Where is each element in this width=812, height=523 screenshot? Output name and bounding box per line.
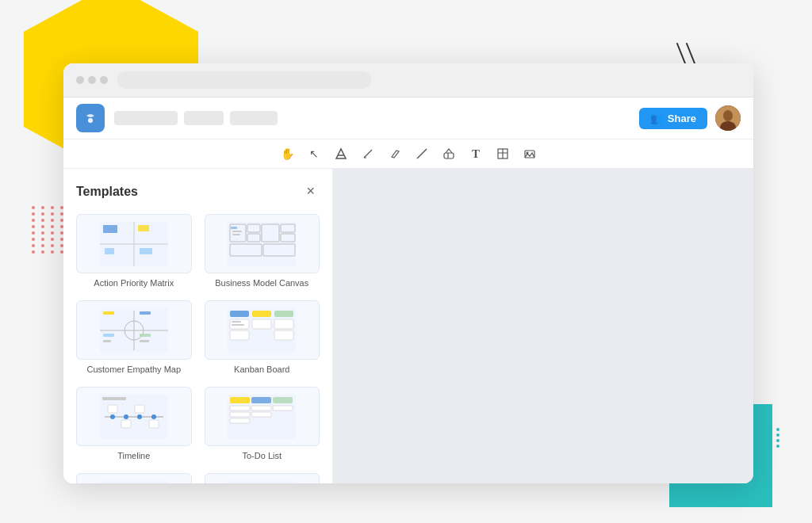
svg-rect-75: [251, 412, 271, 417]
browser-window-controls: [76, 76, 108, 84]
svg-rect-64: [135, 405, 144, 413]
svg-rect-52: [274, 319, 293, 329]
address-bar[interactable]: [117, 71, 371, 89]
svg-point-15: [527, 152, 529, 155]
svg-point-61: [151, 414, 156, 419]
svg-rect-81: [102, 483, 118, 484]
svg-rect-43: [103, 340, 111, 342]
close-window-dot: [76, 76, 84, 84]
svg-rect-19: [103, 225, 117, 233]
user-avatar[interactable]: [715, 105, 741, 131]
svg-rect-73: [230, 418, 250, 423]
template-thumb-tl: [76, 387, 192, 446]
templates-grid: Action Priority Matrix: [76, 214, 320, 483]
template-thumb-apm: [76, 214, 192, 273]
svg-rect-44: [140, 340, 149, 342]
svg-rect-82: [228, 481, 296, 484]
maximize-window-dot: [100, 76, 108, 84]
template-label-tl: Timeline: [76, 451, 192, 460]
template-item-vd[interactable]: Venn Diagram: [76, 473, 192, 483]
svg-point-5: [723, 110, 733, 121]
svg-rect-63: [121, 420, 131, 428]
line-tool-icon[interactable]: [412, 144, 431, 163]
template-label-bmc: Business Model Canvas: [205, 278, 320, 288]
close-templates-button[interactable]: ×: [301, 181, 320, 201]
header-navigation: [114, 111, 639, 125]
template-thumb-tdl: [205, 387, 320, 446]
svg-rect-65: [149, 420, 159, 428]
template-thumb-cem: [76, 300, 192, 360]
template-label-cem: Customer Empathy Map: [76, 365, 192, 374]
share-button-label: Share: [668, 113, 696, 124]
svg-point-3: [88, 118, 93, 123]
svg-rect-51: [252, 319, 271, 329]
svg-point-60: [137, 414, 142, 419]
text-tool-icon[interactable]: T: [466, 144, 485, 163]
svg-rect-70: [273, 397, 293, 403]
svg-rect-53: [274, 330, 293, 340]
svg-rect-88: [278, 483, 285, 484]
eraser-tool-icon[interactable]: [439, 144, 458, 163]
svg-rect-66: [102, 397, 126, 400]
template-item-bmc[interactable]: Business Model Canvas: [205, 214, 320, 288]
svg-rect-55: [232, 324, 244, 326]
svg-rect-22: [140, 248, 152, 254]
template-label-apm: Action Priority Matrix: [76, 278, 192, 288]
browser-window: 👥 Share ✋ ↖: [63, 63, 753, 483]
template-item-kb[interactable]: Kanban Board: [205, 300, 320, 374]
svg-rect-32: [231, 227, 237, 229]
marker-tool-icon[interactable]: [385, 144, 404, 163]
templates-panel: Templates ×: [63, 169, 333, 483]
template-item-apm[interactable]: Action Priority Matrix: [76, 214, 192, 288]
template-label-kb: Kanban Board: [205, 365, 320, 374]
svg-rect-89: [287, 483, 295, 484]
templates-panel-header: Templates ×: [76, 181, 320, 201]
svg-rect-74: [251, 406, 271, 410]
canvas-area[interactable]: [333, 169, 753, 483]
app-logo[interactable]: [76, 104, 105, 132]
cursor-tool-icon[interactable]: ↖: [304, 144, 324, 163]
svg-rect-34: [232, 234, 240, 235]
svg-rect-33: [232, 231, 242, 232]
svg-rect-39: [103, 311, 114, 315]
svg-rect-69: [251, 397, 271, 403]
svg-line-8: [417, 149, 427, 158]
svg-line-1: [687, 44, 695, 63]
image-tool-icon[interactable]: [520, 144, 539, 163]
svg-rect-9: [444, 153, 454, 158]
header-right-actions: 👥 Share: [639, 105, 741, 131]
template-label-tdl: To-Do List: [205, 451, 320, 460]
svg-rect-42: [140, 334, 151, 337]
svg-rect-77: [100, 481, 168, 484]
template-thumb-bmc: [205, 214, 320, 273]
template-thumb-kb: [205, 300, 320, 360]
drawing-toolbar: ✋ ↖ T: [63, 139, 753, 169]
svg-rect-40: [140, 311, 151, 315]
template-item-tl[interactable]: Timeline: [76, 387, 192, 460]
svg-line-0: [677, 44, 685, 63]
svg-rect-86: [259, 483, 266, 484]
template-item-cem[interactable]: Customer Empathy Map: [76, 300, 192, 374]
hand-tool-icon[interactable]: ✋: [278, 144, 297, 163]
svg-rect-71: [230, 406, 250, 410]
table-tool-icon[interactable]: [493, 144, 512, 163]
fill-tool-icon[interactable]: [331, 144, 350, 163]
svg-rect-76: [273, 406, 293, 410]
svg-rect-62: [108, 405, 117, 413]
svg-rect-47: [252, 311, 271, 317]
share-icon: 👥: [650, 113, 663, 124]
template-item-wc[interactable]: Weekly Calendar: [205, 473, 320, 483]
svg-rect-72: [230, 412, 250, 417]
svg-point-58: [110, 414, 115, 419]
svg-rect-50: [230, 330, 249, 340]
template-item-tdl[interactable]: To-Do List: [205, 387, 320, 460]
pen-tool-icon[interactable]: [358, 144, 377, 163]
svg-rect-87: [268, 483, 276, 484]
svg-rect-20: [138, 225, 149, 231]
header-nav-item-3: [230, 111, 278, 125]
svg-point-59: [124, 414, 128, 419]
svg-rect-21: [105, 248, 114, 254]
share-button[interactable]: 👥 Share: [639, 108, 707, 129]
svg-rect-46: [230, 311, 249, 317]
browser-chrome: [63, 63, 753, 97]
